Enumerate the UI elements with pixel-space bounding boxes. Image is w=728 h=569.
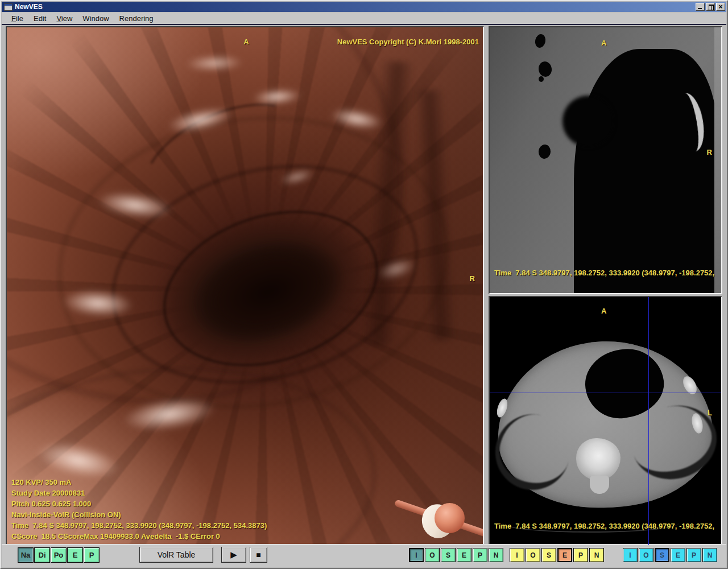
menu-window[interactable]: Window xyxy=(77,13,114,24)
cyan-button-n[interactable]: N xyxy=(702,548,717,562)
stat-cscore: CScore 18.5 CScoreMax 19409933.0 Avedelt… xyxy=(11,531,267,542)
menu-edit[interactable]: Edit xyxy=(28,13,51,24)
window-controls: × xyxy=(696,3,725,11)
orientation-label-left: L xyxy=(708,409,712,417)
cyan-button-o[interactable]: O xyxy=(639,548,653,562)
orientation-label-right: R xyxy=(707,148,712,156)
menu-view[interactable]: View xyxy=(51,13,77,24)
cyan-button-s[interactable]: S xyxy=(655,548,669,562)
yellow-button-s[interactable]: S xyxy=(541,548,556,562)
orientation-label-anterior: A xyxy=(601,39,606,47)
titlebar[interactable]: NewVES × xyxy=(2,2,726,12)
cyan-button-e[interactable]: E xyxy=(671,548,685,562)
minimize-button[interactable] xyxy=(696,3,705,11)
marker-sphere xyxy=(435,503,465,533)
display-group-cyan: I O S E P N xyxy=(623,548,717,562)
navigation-marker-icon xyxy=(392,483,483,542)
window-title: NewVES xyxy=(15,3,43,11)
cyan-button-i[interactable]: I xyxy=(623,548,638,562)
crosshair-vertical[interactable] xyxy=(648,297,649,545)
green-button-o[interactable]: O xyxy=(425,548,440,562)
minimize-icon xyxy=(698,8,702,9)
green-button-n[interactable]: N xyxy=(489,548,503,562)
stat-time-position: Time 7.84 S 348.9797, 198.2752, 333.9920… xyxy=(11,520,267,531)
green-button-e[interactable]: E xyxy=(457,548,471,562)
menu-rendering[interactable]: Rendering xyxy=(114,13,159,24)
close-icon: × xyxy=(717,3,725,10)
stat-study-date: Study Date 20000831 xyxy=(11,488,267,498)
axial-status-line: Time 7.84 S 348.9797, 198.2752, 333.9920… xyxy=(494,522,715,530)
stat-kvp: 120 KVP/ 350 mA xyxy=(11,477,267,488)
orientation-label-anterior: A xyxy=(601,307,606,315)
app-window: NewVES × File Edit View Window Rendering xyxy=(0,0,728,569)
stat-pitch: Pitch 0.625 0.625 1.000 xyxy=(11,498,267,509)
stop-button[interactable]: ■ xyxy=(250,547,267,563)
stat-navi-mode: Navi-Inside-VolR (Collision ON) xyxy=(11,509,267,520)
sagittal-status-line: Time 7.84 S 348.9797, 198.2752, 333.9920… xyxy=(494,269,715,277)
play-button[interactable]: ▶ xyxy=(221,547,246,563)
crosshair-horizontal[interactable] xyxy=(490,393,721,393)
endoscopy-panel[interactable]: A NewVES Copyright (C) K.Mori 1998-2001 … xyxy=(6,26,484,546)
yellow-button-n[interactable]: N xyxy=(589,548,604,562)
copyright-text: NewVES Copyright (C) K.Mori 1998-2001 xyxy=(337,38,479,46)
display-group-green: I O S E P N xyxy=(409,548,503,562)
restore-icon xyxy=(709,5,714,10)
orientation-label-right: R xyxy=(470,274,475,283)
mode-button-p[interactable]: P xyxy=(84,547,100,563)
axial-ct-panel[interactable]: A L Time 7.84 S 348.9797, 198.2752, 333.… xyxy=(489,296,722,546)
scan-stats-overlay: 120 KVP/ 350 mA Study Date 20000831 Pitc… xyxy=(11,477,267,542)
mode-button-di[interactable]: Di xyxy=(34,547,50,563)
yellow-button-e[interactable]: E xyxy=(557,548,572,562)
cyan-button-p[interactable]: P xyxy=(686,548,701,562)
yellow-button-i[interactable]: I xyxy=(510,548,524,562)
green-button-p[interactable]: P xyxy=(473,548,487,562)
play-icon: ▶ xyxy=(230,550,237,559)
endoscopy-render[interactable] xyxy=(7,27,483,545)
mode-button-po[interactable]: Po xyxy=(51,547,67,563)
sagittal-ct-panel[interactable]: A R Time 7.84 S 348.9797, 198.2752, 333.… xyxy=(489,26,722,294)
app-icon xyxy=(4,3,13,11)
navigation-mode-group: Na Di Po E P xyxy=(18,547,100,563)
volr-table-button[interactable]: VolR Table xyxy=(139,547,213,563)
restore-button[interactable] xyxy=(706,3,715,11)
menu-file[interactable]: File xyxy=(6,13,28,24)
green-button-s[interactable]: S xyxy=(441,548,456,562)
display-group-yellow: I O S E P N xyxy=(510,548,604,562)
menubar: File Edit View Window Rendering xyxy=(2,13,726,25)
stop-icon: ■ xyxy=(256,550,260,559)
yellow-button-p[interactable]: P xyxy=(573,548,588,562)
mode-button-e[interactable]: E xyxy=(67,547,83,563)
green-button-i[interactable]: I xyxy=(409,548,424,562)
toolbar: Na Di Po E P VolR Table ▶ ■ I O S E P N … xyxy=(2,544,726,567)
orientation-label-anterior: A xyxy=(239,38,253,46)
mode-button-na[interactable]: Na xyxy=(18,547,34,563)
yellow-button-o[interactable]: O xyxy=(526,548,540,562)
close-button[interactable]: × xyxy=(716,3,725,11)
